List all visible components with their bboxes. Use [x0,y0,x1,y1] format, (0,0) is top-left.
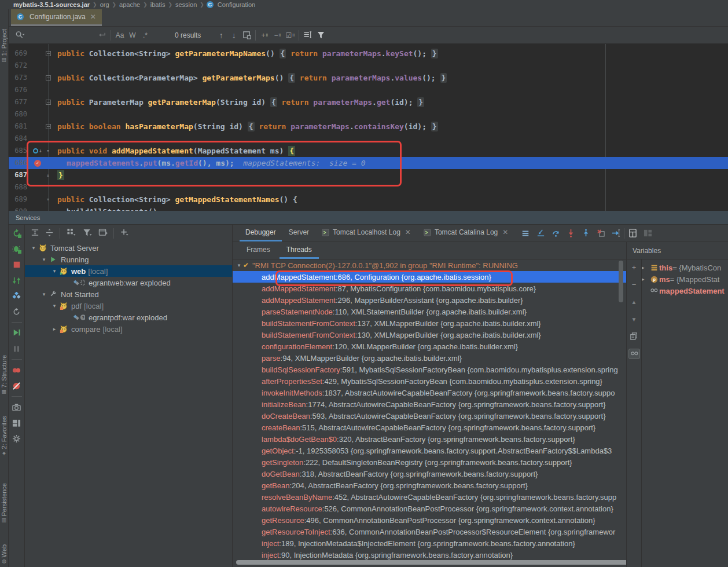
stack-frame-row[interactable]: resolveBeanByName:452, AbstractAutowireC… [233,491,626,503]
evaluate-expression-button[interactable] [626,227,639,240]
previous-occurrence-button[interactable]: ↑ [215,30,227,41]
rerun-button[interactable] [12,228,22,239]
fold-marker-icon[interactable] [46,75,51,81]
breakpoint-icon[interactable]: ✓ [34,160,41,167]
breadcrumb-item[interactable]: session [175,1,197,8]
drop-frame-button[interactable] [594,227,608,240]
tab-server[interactable]: Server [283,225,315,242]
tree-row-tomcat-server[interactable]: ▾Tomcat Server [25,242,232,254]
collapse-all-button[interactable] [45,228,54,239]
chevron-right-icon[interactable]: ▸ [642,265,649,270]
stack-frame-row[interactable]: getBean:204, AbstractBeanFactory {org.sp… [233,480,626,491]
code-line[interactable]: 669public Collection<String> getParamete… [9,47,728,60]
stack-frame-row[interactable]: parseStatementNode:110, XMLStatementBuil… [233,306,626,317]
code-line[interactable]: 672 [9,60,728,72]
layout-options-button[interactable] [519,227,532,240]
match-case-toggle[interactable]: Aa [113,30,126,41]
tab-debugger[interactable]: Debugger [240,225,282,242]
newline-button[interactable] [95,30,108,41]
stack-frame-row[interactable]: buildStatementFromContext:130, XMLMapper… [233,329,626,341]
toolwindow-button-web[interactable]: ◍ Web [1,544,8,565]
tree-row-compare[interactable]: ▸compare[local] [25,323,232,335]
chevron-down-icon[interactable]: ▾ [50,268,58,274]
resume-program-button[interactable] [12,328,22,338]
tab-threads[interactable]: Threads [280,242,319,259]
stack-frame-row[interactable]: buildSqlSessionFactory:591, MybatisSqlSe… [233,364,626,375]
mute-breakpoints-button[interactable] [12,381,22,391]
stack-frame-row[interactable]: afterPropertiesSet:429, MybatisSqlSessio… [233,375,626,387]
close-tab-icon[interactable]: ✕ [405,228,411,236]
code-line[interactable]: 684 [9,133,728,145]
stack-frame-row[interactable]: getResourceToInject:636, CommonAnnotatio… [233,526,626,537]
search-filter-button[interactable] [314,30,327,41]
refresh-button[interactable] [12,306,22,317]
stop-button[interactable] [12,259,22,270]
group-by-button[interactable] [66,228,76,239]
stack-frame-row[interactable]: invokeInitMethods:1837, AbstractAutowire… [233,387,626,398]
settings-gear-button[interactable] [12,433,22,444]
code-line[interactable]: 677public ParameterMap getParameterMap(S… [9,96,728,108]
view-breakpoints-button[interactable] [12,365,22,375]
move-down-button[interactable]: ▼ [628,314,640,324]
close-tab-icon[interactable]: ✕ [90,13,96,21]
search-input[interactable] [13,30,26,41]
force-step-into-button[interactable] [564,227,578,240]
stack-frame-row[interactable]: createBean:515, AbstractAutowireCapableB… [233,422,626,433]
stack-frame-row[interactable]: inject:90, InjectionMetadata {org.spring… [233,549,626,561]
rerun-debug-button[interactable] [12,244,22,254]
stack-frame-row[interactable]: parse:94, XMLMapperBuilder {org.apache.i… [233,352,626,364]
stack-frame-row[interactable]: addMappedStatement:296, MapperBuilderAss… [233,294,626,306]
code-line[interactable]: 680 [9,108,728,120]
stack-frame-row[interactable]: addMappedStatement:686, Configuration {o… [233,271,626,283]
stack-frame-row[interactable]: doCreateBean:593, AbstractAutowireCapabl… [233,410,626,422]
chevron-down-icon[interactable]: ▾ [235,262,243,268]
breadcrumb-item[interactable]: apache [119,1,140,8]
code-line[interactable]: 688 [9,181,728,193]
editor-layout-button[interactable] [641,227,655,240]
code-editor[interactable]: 669public Collection<String> getParamete… [9,44,728,211]
search-options-button[interactable] [302,30,314,41]
stack-frame-row[interactable]: getObject:-1, 1925358053 {org.springfram… [233,445,626,456]
stack-frame-row[interactable]: buildStatementFromContext:137, XMLMapper… [233,317,626,329]
restore-layout-button[interactable] [12,418,22,428]
show-execution-point-button[interactable] [534,227,547,240]
tab-frames[interactable]: Frames [240,242,277,259]
variable-row-mappedStatement[interactable]: mappedStatement [642,285,728,297]
toolwindow-button-project[interactable]: ▤ 1: Project [1,29,8,63]
close-tab-icon[interactable]: ✕ [502,228,508,236]
tree-row-egrantpdf-war-exploded[interactable]: ?egrantpdf:war exploded [25,312,232,323]
code-line[interactable]: 689▿public Collection<String> getMappedS… [9,193,728,206]
stack-frame-row[interactable]: inject:189, InjectionMetadata$InjectedEl… [233,537,626,549]
editor-tab-configuration[interactable]: C Configuration.java ✕ [11,9,102,26]
stack-frame-row[interactable]: getSingleton:222, DefaultSingletonBeanRe… [233,456,626,468]
chevron-down-icon[interactable]: ▾ [30,245,38,251]
update-application-button[interactable] [12,275,22,286]
vertical-scrollbar[interactable] [619,261,623,302]
toolwindow-button--structure[interactable]: ▦ 7: Structure [1,355,8,395]
duplicate-watch-button[interactable] [628,331,640,342]
tree-row-pdf[interactable]: ▾pdf[local] [25,300,232,312]
fold-end-icon[interactable]: ▵ [43,169,53,181]
chevron-right-icon[interactable]: ▸ [642,276,649,282]
code-line[interactable]: 673public Collection<ParameterMap> getPa… [9,72,728,84]
toggle-occurrence-button[interactable]: ☑II [284,30,296,41]
stack-frame-row[interactable]: lambda$doGetBean$0:320, AbstractBeanFact… [233,433,626,445]
chevron-down-icon[interactable]: ▾ [50,303,58,309]
expand-all-button[interactable] [31,228,39,239]
tree-row-web[interactable]: ▾web[local] [25,265,232,277]
show-watches-button[interactable] [628,349,640,359]
step-out-button[interactable] [579,227,593,240]
regex-toggle[interactable]: .* [139,30,152,41]
variable-row-ms[interactable]: ▸pms = {MappedStat [642,273,728,285]
next-occurrence-button[interactable]: ↓ [227,30,240,41]
update-resources-button[interactable] [12,291,22,301]
chevron-down-icon[interactable]: ▾ [40,291,48,297]
tree-row-egrantweb-war-exploded[interactable]: egrantweb:war exploded [25,277,232,288]
toolwindow-button-persistence[interactable]: ▥ Persistence [1,483,8,524]
breadcrumb-item[interactable]: org [100,1,109,8]
fold-marker-icon[interactable] [46,51,51,56]
stack-frame-row[interactable]: configurationElement:120, XMLMapperBuild… [233,341,626,352]
stack-frame-row[interactable]: doGetBean:318, AbstractBeanFactory {org.… [233,468,626,480]
tab-tomcat-catalina-log[interactable]: Tomcat Catalina Log✕ [418,225,514,242]
services-panel-header[interactable]: Services [9,211,728,225]
